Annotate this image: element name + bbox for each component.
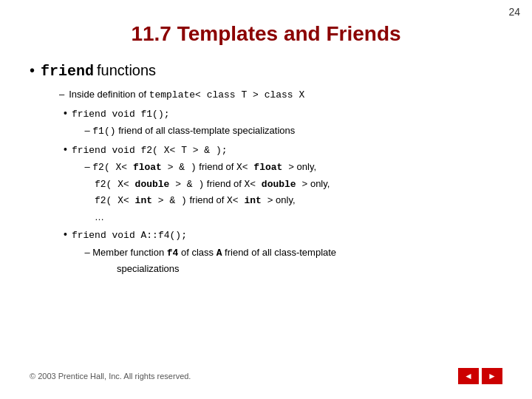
f2-double-line: f2( X< double > & ) friend of X< double … (95, 177, 502, 192)
f2-int-line: f2( X< int > & ) friend of X< int > only… (95, 193, 502, 208)
dash-symbol: – (59, 87, 64, 102)
f4-code: friend void A::f4(); (72, 228, 187, 243)
f1-desc: – f1() friend of all class-template spec… (74, 123, 502, 139)
footer-text: © 2003 Prentice Hall, Inc. All rights re… (30, 372, 191, 381)
slide-container: 24 11.7 Templates and Friends • friend f… (0, 0, 532, 399)
f2-float-line: – f2( X< float > & ) friend of X< float … (74, 160, 502, 175)
f2-dot: • (64, 142, 67, 157)
f1-dot: • (64, 106, 67, 121)
page-number: 24 (508, 6, 520, 18)
f1-ref: f1() (92, 126, 115, 137)
f2-code: friend void f2( X< T > & ); (72, 143, 228, 158)
inside-def-text: Inside definition of template< class T >… (69, 87, 304, 103)
f4-ref: f4 (167, 248, 179, 259)
nav-prev-button[interactable]: ◄ (458, 368, 479, 384)
f4-dot: • (64, 227, 67, 242)
f1-code: friend void f1(); (72, 107, 170, 122)
friend-keyword: friend (41, 61, 94, 83)
footer: © 2003 Prentice Hall, Inc. All rights re… (30, 362, 502, 384)
functions-text: functions (97, 59, 156, 81)
f2-bullet: • friend void f2( X< T > & ); (64, 142, 502, 158)
nav-buttons: ◄ ► (458, 368, 502, 384)
sub-section: – Inside definition of template< class T… (52, 87, 502, 276)
bullet-dot: • (30, 59, 35, 81)
slide-title: 11.7 Templates and Friends (30, 22, 502, 46)
content-area: • friend functions – Inside definition o… (30, 59, 502, 362)
main-bullet: • friend functions (30, 59, 502, 83)
f1-desc-text: friend of all class-template specializat… (118, 125, 295, 136)
f4-desc: – Member function f4 of class A friend o… (74, 245, 502, 261)
f4-bullet: • friend void A::f4(); (64, 227, 502, 243)
f1-bullet: • friend void f1(); (64, 106, 502, 122)
f4-continuation: specializations (117, 262, 502, 276)
ellipsis-line: … (95, 210, 502, 225)
a-ref: A (216, 248, 222, 259)
template-code: template< class T > class X (149, 89, 305, 100)
nav-next-button[interactable]: ► (482, 368, 502, 384)
inside-def-line: – Inside definition of template< class T… (59, 87, 502, 103)
